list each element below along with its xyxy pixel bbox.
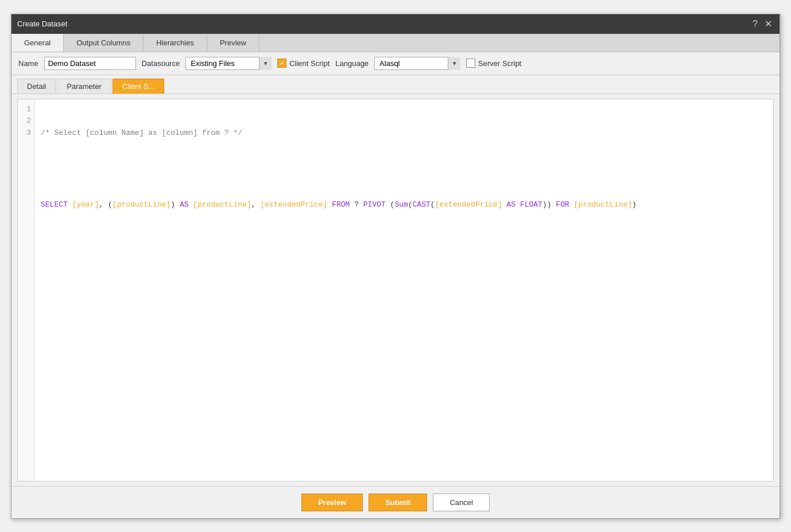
kw-select: SELECT (41, 200, 68, 209)
field-productline-alias: [productLine] (193, 200, 251, 209)
tab-output-columns[interactable]: Output Columns (64, 34, 144, 52)
toolbar: Name Datasource Existing Files Database … (11, 52, 780, 75)
kw-as: AS (180, 200, 189, 209)
code-content[interactable]: /* Select [column Name] as [column] from… (35, 99, 773, 481)
create-dataset-dialog: Create Dataset ? ✕ General Output Column… (11, 14, 780, 519)
field-productline-for: [productLine] (574, 200, 632, 209)
dialog-title: Create Dataset (17, 20, 67, 28)
func-sum: Sum (394, 200, 408, 209)
field-extendedprice: [extendedPrice] (260, 200, 327, 209)
language-select[interactable]: Alasql SQL JavaScript (374, 57, 460, 70)
sub-tab-bar: Detail Parameter Client S... (11, 75, 780, 94)
name-input[interactable] (44, 57, 136, 70)
code-line-2 (41, 163, 767, 175)
language-label: Language (335, 59, 369, 68)
kw-asfloat: AS FLOAT (507, 200, 542, 209)
comment-1: /* Select [column Name] as [column] from… (41, 129, 242, 137)
server-script-checkbox[interactable] (466, 59, 475, 68)
language-select-wrap: Alasql SQL JavaScript ▼ (374, 57, 460, 70)
content-area: 1 2 3 /* Select [column Name] as [column… (11, 94, 780, 486)
datasource-select-wrap: Existing Files Database Web Service ▼ (185, 57, 272, 70)
line-numbers: 1 2 3 (18, 99, 35, 481)
client-script-label: Client Script (289, 59, 329, 68)
code-line-3: SELECT [year], ([productLine]) AS [produ… (41, 199, 767, 211)
close-button[interactable]: ✕ (763, 20, 774, 29)
kw-for: FOR (556, 200, 569, 209)
kw-from: FROM (332, 200, 350, 209)
code-line-1: /* Select [column Name] as [column] from… (41, 127, 767, 139)
name-label: Name (18, 59, 38, 68)
datasource-select[interactable]: Existing Files Database Web Service (185, 57, 272, 70)
main-tab-bar: General Output Columns Hierarchies Previ… (11, 34, 780, 52)
client-script-checkbox[interactable] (277, 59, 286, 68)
editor-area[interactable]: 1 2 3 /* Select [column Name] as [column… (17, 99, 774, 481)
client-script-wrap: Client Script (277, 59, 329, 68)
cancel-button[interactable]: Cancel (433, 494, 489, 511)
sub-tab-detail[interactable]: Detail (17, 79, 56, 94)
field-extendedprice2: [extendedPrice] (435, 200, 502, 209)
submit-button[interactable]: Submit (369, 494, 427, 511)
footer: Preview Submit Cancel (11, 486, 780, 518)
field-year: [year] (72, 200, 99, 209)
editor-inner: 1 2 3 /* Select [column Name] as [column… (18, 99, 773, 481)
help-button[interactable]: ? (751, 20, 759, 29)
sub-tab-parameter[interactable]: Parameter (57, 79, 111, 94)
func-cast: CAST (413, 200, 431, 209)
tab-hierarchies[interactable]: Hierarchies (144, 34, 207, 52)
sub-tab-client-script[interactable]: Client S... (113, 79, 164, 94)
datasource-label: Datasource (142, 59, 180, 68)
title-bar-buttons: ? ✕ (751, 20, 774, 29)
preview-button[interactable]: Preview (301, 494, 363, 511)
line-number-2: 2 (21, 115, 31, 127)
tab-general[interactable]: General (11, 34, 64, 52)
title-bar: Create Dataset ? ✕ (11, 14, 780, 34)
line-number-3: 3 (21, 127, 31, 139)
field-productline: [productLine] (113, 200, 170, 209)
server-script-wrap: Server Script (466, 59, 521, 68)
kw-pivot: PIVOT (363, 200, 386, 209)
server-script-label: Server Script (478, 59, 521, 68)
tab-preview[interactable]: Preview (207, 34, 259, 52)
line-number-1: 1 (21, 104, 31, 116)
